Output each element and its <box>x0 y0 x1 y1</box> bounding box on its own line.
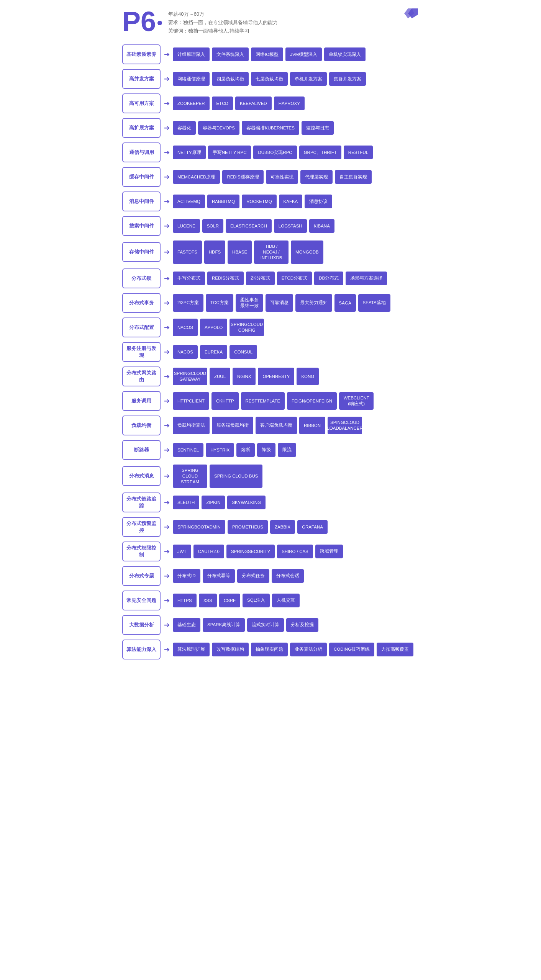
tag-22-1: XSS <box>199 594 217 607</box>
row-6: 消息中间件➔ACTIVEMQRABBITMQROCKETMQKAFKA消息协议 <box>122 191 419 211</box>
tag-4-0: NETTY原理 <box>173 146 206 159</box>
tag-10-4: 最大努力通知 <box>295 294 332 312</box>
category-box-11: 分布式配置 <box>122 317 161 337</box>
tag-10-2: 柔性事务最终一致 <box>236 294 263 312</box>
tag-19-3: GRAFANA <box>297 520 328 534</box>
tag-7-4: KIBANA <box>309 219 334 233</box>
category-box-2: 高可用方案 <box>122 93 161 113</box>
tag-0-1: 文件系统深入 <box>212 47 249 61</box>
row-21: 分布式专题➔分布式ID分布式幂等分布式任务分布式会话 <box>122 566 419 586</box>
category-box-13: 分布式网关路由 <box>122 366 161 386</box>
tag-15-0: 负载均衡算法 <box>173 417 210 434</box>
category-box-15: 负载均衡 <box>122 416 161 435</box>
arrow-icon-14: ➔ <box>161 397 173 405</box>
category-box-8: 存储中间件 <box>122 242 161 262</box>
tag-1-2: 七层负载均衡 <box>251 72 288 86</box>
tag-7-3: LOGSTASH <box>274 219 307 233</box>
tags-container-9: 手写分布式REDIS分布式ZK分布式ETCD分布式DB分布式场景与方案选择 <box>173 272 419 285</box>
tag-20-4: 跨域管理 <box>315 545 343 558</box>
tag-5-3: 代理层实现 <box>300 170 333 184</box>
tag-8-4: MONGODB <box>291 241 323 264</box>
tag-21-2: 分布式任务 <box>237 569 269 583</box>
tag-9-2: ZK分布式 <box>246 272 275 285</box>
tags-container-15: 负载均衡算法服务端负载均衡客户端负载均衡RIBBONSPINGCLOUDLOAD… <box>173 417 419 434</box>
row-10: 分布式事务➔2/3PC方案TCC方案柔性事务最终一致可靠消息最大努力通知SAGA… <box>122 293 419 313</box>
category-box-20: 分布式权限控制 <box>122 542 161 561</box>
arrow-icon-19: ➔ <box>161 523 173 531</box>
tag-10-1: TCC方案 <box>206 294 233 312</box>
row-4: 通信与调用➔NETTY原理手写NETTY-RPCDUBBO实现RPCGRPC、T… <box>122 142 419 162</box>
category-box-0: 基础素质素养 <box>122 44 161 64</box>
tag-12-1: EUREKA <box>200 345 227 359</box>
tags-container-8: FASTDFSHDFSHBASETIDB / NEO4J /INFLUXDBMO… <box>173 241 419 264</box>
tag-19-1: PROMETHEUS <box>228 520 268 534</box>
tag-1-4: 集群并发方案 <box>329 72 366 86</box>
arrow-icon-15: ➔ <box>161 421 173 430</box>
keywords-text: 关键词：独挡一面辅导他人,持续学习 <box>168 28 419 34</box>
tag-19-0: SPRINGBOOTADMIN <box>173 520 225 534</box>
tag-11-2: SPRINGCLOUDCONFIG <box>230 319 264 336</box>
tag-8-2: HBASE <box>228 241 252 264</box>
salary-text: 年薪40万～60万 <box>168 11 419 18</box>
arrow-icon-8: ➔ <box>161 248 173 256</box>
tag-14-1: OKHTTP <box>211 392 239 410</box>
tags-container-14: HTTPCLIENTOKHTTPRESTTEMPLATEFEIGN/OPENFE… <box>173 392 419 410</box>
row-11: 分布式配置➔NACOSAPPOLOSPRINGCLOUDCONFIG <box>122 317 419 337</box>
tags-container-3: 容器化容器与DEVOPS容器编排KUBERNETES监控与日志 <box>173 121 419 135</box>
header-info: 年薪40万～60万 要求：独挡一面，在专业领域具备辅导他人的能力 关键词：独挡一… <box>168 8 419 34</box>
tag-3-3: 监控与日志 <box>302 121 334 135</box>
tag-13-4: KONG <box>297 368 319 385</box>
category-box-1: 高并发方案 <box>122 69 161 89</box>
tag-14-0: HTTPCLIENT <box>173 392 209 410</box>
tags-container-6: ACTIVEMQRABBITMQROCKETMQKAFKA消息协议 <box>173 195 419 208</box>
category-box-12: 服务注册与发现 <box>122 342 161 362</box>
tag-9-0: 手写分布式 <box>173 272 205 285</box>
arrow-icon-0: ➔ <box>161 50 173 59</box>
tag-10-3: 可靠消息 <box>266 294 293 312</box>
row-0: 基础素质素养➔计组原理深入文件系统深入网络IO模型JVM模型深入单机锁实现深入 <box>122 44 419 64</box>
tag-13-1: ZUUL <box>210 368 230 385</box>
tag-16-3: 降级 <box>257 443 275 457</box>
tags-container-21: 分布式ID分布式幂等分布式任务分布式会话 <box>173 569 419 583</box>
row-7: 搜索中间件➔LUCENESOLRELASTICSEARCHLOGSTASHKIB… <box>122 216 419 236</box>
tag-0-4: 单机锁实现深入 <box>324 47 366 61</box>
arrow-icon-11: ➔ <box>161 323 173 332</box>
tag-1-1: 四层负载均衡 <box>212 72 249 86</box>
tag-8-1: HDFS <box>204 241 225 264</box>
tag-16-1: HYSTRIX <box>206 443 234 457</box>
arrow-icon-3: ➔ <box>161 124 173 132</box>
tag-2-3: HAPROXY <box>274 97 305 110</box>
category-box-19: 分布式预警监控 <box>122 517 161 537</box>
tag-2-1: ETCD <box>212 97 233 110</box>
category-box-16: 断路器 <box>122 440 161 460</box>
row-22: 常见安全问题➔HTTPSXSSCSRFSQL注入人机交互 <box>122 591 419 610</box>
tag-18-0: SLEUTH <box>173 496 199 509</box>
arrow-icon-2: ➔ <box>161 99 173 108</box>
tag-0-3: JVM模型深入 <box>285 47 322 61</box>
tags-container-2: ZOOKEEPERETCDKEEPALIVEDHAPROXY <box>173 97 419 110</box>
tag-12-0: NACOS <box>173 345 198 359</box>
category-box-23: 大数据分析 <box>122 615 161 635</box>
tag-15-3: RIBBON <box>299 417 325 434</box>
row-24: 算法能力深入➔算法原理扩展改写数据结构抽象现实问题业务算法分析CODING技巧磨… <box>122 640 419 659</box>
tag-7-1: SOLR <box>202 219 223 233</box>
arrow-icon-10: ➔ <box>161 299 173 307</box>
tag-6-1: RABBITMQ <box>207 195 239 208</box>
row-5: 缓存中间件➔MEMCACHED原理REDIS缓存原理可靠性实现代理层实现自主集群… <box>122 167 419 187</box>
tag-21-0: 分布式ID <box>173 569 200 583</box>
tag-6-3: KAFKA <box>279 195 303 208</box>
tag-4-1: 手写NETTY-RPC <box>208 146 251 159</box>
category-box-4: 通信与调用 <box>122 142 161 162</box>
page-header: P6 年薪40万～60万 要求：独挡一面，在专业领域具备辅导他人的能力 关键词：… <box>122 8 419 35</box>
tags-container-23: 基础生态SPARK离线计算流式实时计算分析及挖掘 <box>173 618 419 632</box>
arrow-icon-13: ➔ <box>161 372 173 381</box>
diamond-icon <box>403 8 419 21</box>
row-17: 分布式消息➔SPRING CLOUDSTREAMSPRING CLOUD BUS <box>122 465 419 488</box>
row-14: 服务调用➔HTTPCLIENTOKHTTPRESTTEMPLATEFEIGN/O… <box>122 391 419 411</box>
tag-11-0: NACOS <box>173 319 198 336</box>
arrow-icon-1: ➔ <box>161 75 173 83</box>
tags-container-24: 算法原理扩展改写数据结构抽象现实问题业务算法分析CODING技巧磨练力扣高频覆盖 <box>173 643 419 656</box>
tag-22-3: SQL注入 <box>243 594 270 607</box>
tag-22-2: CSRF <box>219 594 240 607</box>
tags-container-19: SPRINGBOOTADMINPROMETHEUSZABBIXGRAFANA <box>173 520 419 534</box>
